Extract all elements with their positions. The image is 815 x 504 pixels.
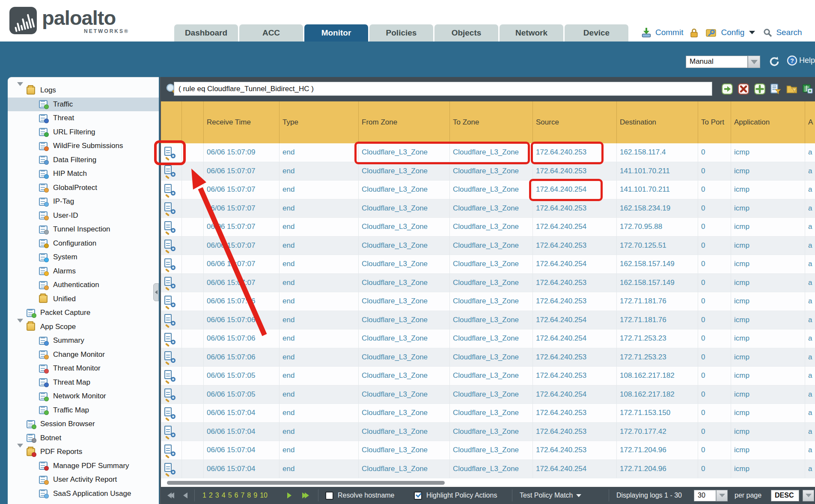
log-details-icon[interactable]	[164, 165, 175, 177]
commit-button[interactable]: Commit	[655, 28, 683, 37]
filter-builder-icon[interactable]	[770, 83, 781, 95]
cell-action[interactable]: a	[805, 162, 815, 181]
column-header-receive-time[interactable]: Receive Time	[204, 101, 280, 143]
sort-order-select[interactable]: DESC	[771, 490, 799, 501]
cell-receive-time[interactable]: 06/06 15:07:06	[204, 292, 280, 311]
cell-from-zone[interactable]: Cloudflare_L3_Zone	[359, 181, 450, 199]
cell-source[interactable]: 172.64.240.253	[533, 292, 617, 311]
per-page-input[interactable]: 30	[694, 490, 716, 501]
cell-source[interactable]: 172.64.240.253	[533, 348, 617, 367]
log-details-icon[interactable]	[164, 333, 175, 344]
cell-to-zone[interactable]: Cloudflare_L3_Zone	[450, 292, 533, 311]
cell-action[interactable]: a	[805, 181, 815, 199]
cell-receive-time[interactable]: 06/06 15:07:04	[204, 423, 280, 442]
add-filter-icon[interactable]	[754, 83, 765, 95]
sidebar-item-data-filtering[interactable]: Data Filtering	[8, 153, 159, 167]
cell-destination[interactable]: 162.158.234.19	[617, 199, 698, 218]
cell-to-zone[interactable]: Cloudflare_L3_Zone	[450, 162, 533, 181]
log-details-icon[interactable]	[164, 296, 175, 307]
help-button[interactable]: ? Help	[787, 55, 815, 66]
cell-to-port[interactable]: 0	[698, 311, 731, 330]
sidebar-item-unified[interactable]: Unified	[8, 292, 159, 306]
tab-objects[interactable]: Objects	[434, 24, 498, 42]
log-details-icon[interactable]	[164, 445, 175, 456]
sidebar-item-threat-monitor[interactable]: Threat Monitor	[8, 362, 159, 376]
cell-receive-time[interactable]: 06/06 15:07:09	[204, 143, 280, 162]
cell-from-zone[interactable]: Cloudflare_L3_Zone	[359, 460, 450, 479]
apply-filter-icon[interactable]	[722, 83, 733, 95]
cell-action[interactable]: a	[805, 367, 815, 385]
cell-to-zone[interactable]: Cloudflare_L3_Zone	[450, 460, 533, 479]
cell-destination[interactable]: 162.158.157.149	[617, 274, 698, 293]
cell-type[interactable]: end	[280, 329, 359, 348]
cell-from-zone[interactable]: Cloudflare_L3_Zone	[359, 367, 450, 385]
log-details-icon[interactable]	[164, 351, 175, 363]
cell-application[interactable]: icmp	[731, 329, 805, 348]
cell-application[interactable]: icmp	[731, 441, 805, 460]
cell-to-port[interactable]: 0	[698, 367, 731, 385]
cell-receive-time[interactable]: 06/06 15:07:07	[204, 181, 280, 199]
cell-to-port[interactable]: 0	[698, 218, 731, 237]
column-header-destination[interactable]: Destination	[617, 101, 698, 143]
cell-application[interactable]: icmp	[731, 143, 805, 162]
commit-mode-caret-icon[interactable]	[748, 56, 760, 68]
expand-triangle-icon[interactable]	[17, 86, 23, 95]
sidebar-item-authentication[interactable]: Authentication	[8, 278, 159, 292]
cell-destination[interactable]: 162.158.157.149	[617, 255, 698, 274]
cell-to-zone[interactable]: Cloudflare_L3_Zone	[450, 385, 533, 404]
expand-triangle-icon[interactable]	[17, 448, 23, 456]
cell-from-zone[interactable]: Cloudflare_L3_Zone	[359, 292, 450, 311]
cell-action[interactable]: a	[805, 274, 815, 293]
cell-destination[interactable]: 172.71.153.150	[617, 404, 698, 423]
log-details-icon[interactable]	[164, 147, 175, 158]
cell-destination[interactable]: 172.71.204.96	[617, 441, 698, 460]
cell-source[interactable]: 172.64.240.253	[533, 274, 617, 293]
sidebar-item-traffic[interactable]: Traffic	[8, 98, 159, 112]
cell-to-port[interactable]: 0	[698, 181, 731, 199]
cell-source[interactable]: 172.64.240.253	[533, 367, 617, 385]
sidebar-item-url-filtering[interactable]: URL Filtering	[8, 125, 159, 139]
cell-from-zone[interactable]: Cloudflare_L3_Zone	[359, 441, 450, 460]
expand-triangle-icon[interactable]	[17, 323, 23, 331]
cell-destination[interactable]: 141.101.70.211	[617, 162, 698, 181]
cell-application[interactable]: icmp	[731, 199, 805, 218]
cell-receive-time[interactable]: 06/06 15:07:07	[204, 162, 280, 181]
log-details-icon[interactable]	[164, 370, 175, 382]
cell-destination[interactable]: 172.71.181.76	[617, 292, 698, 311]
sidebar-item-pdf-reports[interactable]: PDF Reports	[8, 445, 159, 459]
cell-to-port[interactable]: 0	[698, 348, 731, 367]
tab-network[interactable]: Network	[500, 24, 563, 42]
cell-type[interactable]: end	[280, 460, 359, 479]
page-number-4[interactable]: 4	[222, 492, 226, 499]
cell-application[interactable]: icmp	[731, 218, 805, 237]
tab-monitor[interactable]: Monitor	[304, 24, 368, 42]
sidebar-item-threat[interactable]: Threat	[8, 111, 159, 125]
cell-destination[interactable]: 141.101.70.211	[617, 181, 698, 199]
cell-application[interactable]: icmp	[731, 385, 805, 404]
column-header-type[interactable]: Type	[280, 101, 359, 143]
page-number-7[interactable]: 7	[241, 492, 244, 499]
highlight-policy-actions-checkbox[interactable]	[414, 492, 422, 500]
cell-from-zone[interactable]: Cloudflare_L3_Zone	[359, 237, 450, 255]
cell-to-zone[interactable]: Cloudflare_L3_Zone	[450, 311, 533, 330]
cell-destination[interactable]: 172.71.181.76	[617, 311, 698, 330]
cell-to-zone[interactable]: Cloudflare_L3_Zone	[450, 367, 533, 385]
log-details-icon[interactable]	[164, 240, 175, 251]
cell-receive-time[interactable]: 06/06 15:07:06	[204, 348, 280, 367]
cell-to-zone[interactable]: Cloudflare_L3_Zone	[450, 181, 533, 199]
cell-action[interactable]: a	[805, 199, 815, 218]
log-details-icon[interactable]	[164, 184, 175, 196]
sidebar-item-manage-pdf-summary[interactable]: Manage PDF Summary	[8, 459, 159, 473]
log-details-icon[interactable]	[164, 463, 175, 474]
per-page-caret-icon[interactable]	[716, 490, 728, 501]
sidebar-item-wildfire-submissions[interactable]: WildFire Submissions	[8, 139, 159, 153]
log-details-icon[interactable]	[164, 407, 175, 419]
sidebar-item-user-id[interactable]: User-ID	[8, 209, 159, 223]
cell-type[interactable]: end	[280, 162, 359, 181]
cell-application[interactable]: icmp	[731, 274, 805, 293]
cell-from-zone[interactable]: Cloudflare_L3_Zone	[359, 274, 450, 293]
cell-receive-time[interactable]: 06/06 15:07:05	[204, 385, 280, 404]
commit-mode-select[interactable]: Manual	[686, 56, 748, 68]
cell-from-zone[interactable]: Cloudflare_L3_Zone	[359, 348, 450, 367]
cell-source[interactable]: 172.64.240.253	[533, 237, 617, 255]
